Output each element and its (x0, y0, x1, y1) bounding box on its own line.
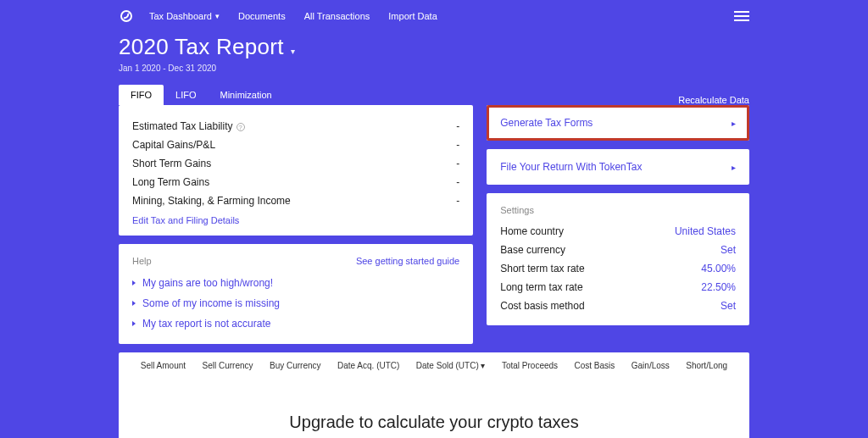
col-short-long[interactable]: Short/Long (686, 361, 727, 370)
table-header: Sell Amount Sell Currency Buy Currency D… (119, 352, 749, 379)
stat-mining-staking-farming: Mining, Staking, & Farming Income - (132, 191, 459, 210)
year-dropdown-icon[interactable]: ▾ (291, 47, 295, 56)
nav-tax-dashboard[interactable]: Tax Dashboard ▾ (149, 11, 220, 21)
caret-right-icon (132, 321, 136, 326)
setting-value-link[interactable]: 45.00% (701, 263, 736, 274)
setting-short-term-rate: Short term tax rate 45.00% (500, 259, 736, 278)
nav-label: Tax Dashboard (149, 11, 212, 21)
generate-tax-forms-button[interactable]: Generate Tax Forms ▸ (487, 105, 749, 141)
settings-card: Settings Home country United States Base… (487, 193, 749, 325)
setting-base-currency: Base currency Set (500, 241, 736, 259)
setting-value-link[interactable]: Set (721, 244, 736, 256)
setting-value-link[interactable]: Set (721, 300, 736, 312)
col-cost-basis[interactable]: Cost Basis (575, 361, 615, 370)
col-gain-loss[interactable]: Gain/Loss (632, 361, 670, 370)
caret-right-icon (132, 301, 136, 306)
caret-right-icon: ▸ (732, 119, 736, 128)
date-range: Jan 1 2020 - Dec 31 2020 (119, 64, 749, 73)
file-return-tokentax-button[interactable]: File Your Return With TokenTax ▸ (487, 149, 749, 185)
tab-fifo[interactable]: FIFO (119, 85, 164, 105)
transactions-card: Sell Amount Sell Currency Buy Currency D… (119, 352, 749, 438)
caret-right-icon: ▸ (732, 163, 736, 172)
recalculate-data-link[interactable]: Recalculate Data (678, 95, 749, 105)
help-item-report-inaccurate[interactable]: My tax report is not accurate (132, 313, 459, 334)
tab-lifo[interactable]: LIFO (164, 85, 208, 105)
setting-home-country: Home country United States (500, 222, 736, 241)
help-title: Help (132, 256, 152, 266)
tab-minimization[interactable]: Minimization (209, 85, 284, 105)
stat-capital-gains: Capital Gains/P&L - (132, 136, 459, 154)
nav-documents[interactable]: Documents (238, 11, 286, 21)
nav-import-data[interactable]: Import Data (388, 11, 437, 21)
page-title: 2020 Tax Report (119, 34, 284, 60)
upgrade-title: Upgrade to calculate your crypto taxes (119, 413, 749, 432)
stat-value: - (456, 120, 459, 132)
stat-value: - (456, 158, 459, 169)
col-buy-currency[interactable]: Buy Currency (270, 361, 321, 370)
stats-card: Estimated Tax Liability? - Capital Gains… (119, 105, 473, 236)
setting-long-term-rate: Long term tax rate 22.50% (500, 278, 736, 297)
chevron-down-icon: ▾ (215, 12, 220, 20)
info-icon[interactable]: ? (236, 123, 245, 131)
stat-long-term-gains: Long Term Gains - (132, 173, 459, 191)
help-card: Help See getting started guide My gains … (119, 244, 473, 344)
edit-tax-filing-details-link[interactable]: Edit Tax and Filing Details (132, 215, 239, 225)
col-date-sold[interactable]: Date Sold (UTC) ▾ (416, 361, 486, 370)
stat-value: - (456, 176, 459, 188)
svg-point-1 (129, 12, 131, 14)
settings-title: Settings (500, 205, 736, 215)
setting-value-link[interactable]: United States (675, 225, 736, 237)
stat-estimated-tax-liability: Estimated Tax Liability? - (132, 117, 459, 136)
help-item-gains-wrong[interactable]: My gains are too high/wrong! (132, 273, 459, 293)
col-total-proceeds[interactable]: Total Proceeds (502, 361, 558, 370)
col-sell-amount[interactable]: Sell Amount (141, 361, 186, 370)
caret-right-icon (132, 280, 136, 286)
stat-value: - (456, 139, 459, 151)
col-sell-currency[interactable]: Sell Currency (203, 361, 253, 370)
getting-started-guide-link[interactable]: See getting started guide (356, 256, 459, 266)
nav-all-transactions[interactable]: All Transactions (304, 11, 370, 21)
help-item-income-missing[interactable]: Some of my income is missing (132, 293, 459, 313)
logo-icon[interactable] (119, 8, 134, 24)
stat-short-term-gains: Short Term Gains - (132, 154, 459, 173)
menu-icon[interactable] (734, 11, 749, 21)
setting-value-link[interactable]: 22.50% (701, 281, 736, 293)
col-date-acq[interactable]: Date Acq. (UTC) (337, 361, 399, 370)
stat-value: - (456, 195, 459, 207)
setting-cost-basis-method: Cost basis method Set (500, 297, 736, 315)
